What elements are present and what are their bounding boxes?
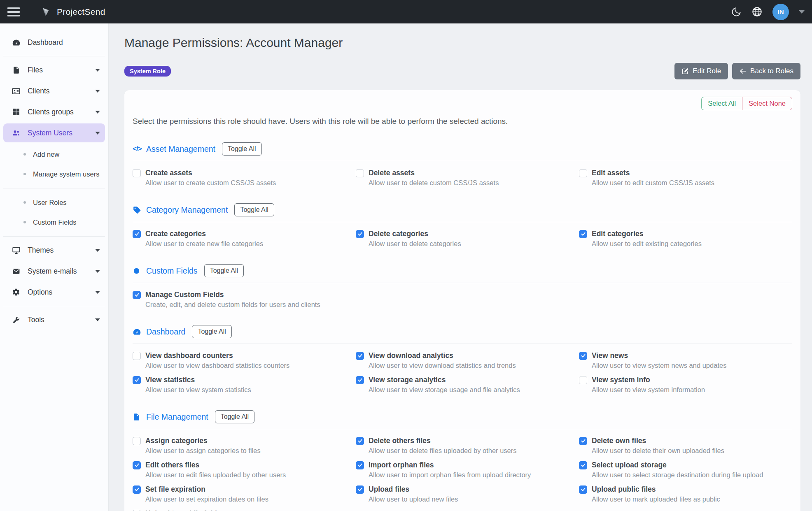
permission-description: Allow user to upload new files bbox=[369, 495, 569, 503]
sidebar-item-label: Files bbox=[28, 66, 43, 74]
checkbox-delete-categories[interactable] bbox=[356, 230, 364, 238]
checkbox-view-system-info[interactable] bbox=[579, 376, 587, 384]
sidebar-item-label: System e-mails bbox=[28, 267, 77, 276]
permission-description: Allow user to import orphan files from u… bbox=[369, 471, 569, 479]
file-icon bbox=[133, 412, 142, 421]
permission-description: Allow user to assign categories to files bbox=[145, 447, 346, 455]
checkbox-edit-others-files[interactable] bbox=[133, 461, 141, 469]
permission-section-dashboard: DashboardToggle AllView dashboard counte… bbox=[133, 325, 792, 394]
sidebar-item-system-e-mails[interactable]: System e-mails bbox=[0, 262, 108, 281]
checkbox-edit-categories[interactable] bbox=[579, 230, 587, 238]
sidebar-item-tools[interactable]: Tools bbox=[0, 310, 108, 329]
checkbox-create-categories[interactable] bbox=[133, 230, 141, 238]
checkbox-view-statistics[interactable] bbox=[133, 376, 141, 384]
checkbox-delete-others-files[interactable] bbox=[356, 437, 364, 445]
checkbox-edit-assets[interactable] bbox=[579, 169, 587, 177]
checkbox-import-orphan-files[interactable] bbox=[356, 461, 364, 469]
moon-icon[interactable] bbox=[731, 7, 742, 17]
checkbox-delete-assets[interactable] bbox=[356, 169, 364, 177]
sidebar-item-system-users[interactable]: System Users bbox=[3, 123, 105, 142]
checkbox-view-storage-analytics[interactable] bbox=[356, 376, 364, 384]
permission-item-view-news: View newsAllow user to view system news … bbox=[579, 351, 792, 369]
permissions-intro: Select the permissions this role should … bbox=[133, 117, 792, 126]
chevron-down-icon bbox=[95, 69, 100, 72]
permission-description: Allow user to delete their own uploaded … bbox=[592, 447, 792, 455]
file-icon bbox=[12, 65, 21, 74]
chevron-down-icon bbox=[95, 249, 100, 252]
permission-label: Delete own files bbox=[592, 437, 646, 445]
toggle-all-button[interactable]: Toggle All bbox=[222, 142, 262, 156]
sidebar-subitem-user-roles[interactable]: User Roles bbox=[0, 193, 108, 212]
permission-section-asset-management: </>Asset ManagementToggle AllCreate asse… bbox=[133, 142, 792, 187]
sidebar-item-label: System Users bbox=[28, 129, 72, 137]
permission-item-assign-categories: Assign categoriesAllow user to assign ca… bbox=[133, 437, 346, 455]
toggle-all-button[interactable]: Toggle All bbox=[234, 203, 274, 216]
arrow-left-icon bbox=[739, 67, 747, 75]
checkbox-select-upload-storage[interactable] bbox=[579, 461, 587, 469]
sidebar-item-themes[interactable]: Themes bbox=[0, 241, 108, 260]
sidebar-subitem-manage-system-users[interactable]: Manage system users bbox=[0, 164, 108, 184]
permission-label: Upload to public folders bbox=[145, 509, 228, 511]
toggle-all-button[interactable]: Toggle All bbox=[204, 264, 244, 277]
permission-description: Allow user to view system statistics bbox=[145, 386, 346, 394]
section-divider bbox=[133, 222, 792, 222]
sidebar-item-clients[interactable]: Clients bbox=[0, 81, 108, 100]
checkbox-manage-custom-fields[interactable] bbox=[133, 291, 141, 299]
checkbox-view-dashboard-counters[interactable] bbox=[133, 352, 141, 360]
checkbox-create-assets[interactable] bbox=[133, 169, 141, 177]
sidebar-item-clients-groups[interactable]: Clients groups bbox=[0, 102, 108, 121]
permission-label: Manage Custom Fields bbox=[145, 290, 224, 299]
checkbox-view-news[interactable] bbox=[579, 352, 587, 360]
sidebar-subitem-custom-fields[interactable]: Custom Fields bbox=[0, 212, 108, 232]
permission-label: View storage analytics bbox=[369, 376, 446, 384]
permission-label: Delete others files bbox=[369, 437, 431, 445]
edit-role-button[interactable]: Edit Role bbox=[674, 63, 728, 79]
sidebar-subitem-label: Add new bbox=[33, 151, 59, 158]
checkbox-upload-to-public-folders[interactable] bbox=[133, 510, 141, 511]
toggle-all-button[interactable]: Toggle All bbox=[215, 410, 255, 423]
sidebar-item-dashboard[interactable]: Dashboard bbox=[0, 33, 108, 52]
sidebar-item-label: Themes bbox=[28, 246, 54, 255]
permission-label: Create assets bbox=[145, 169, 192, 177]
back-to-roles-button[interactable]: Back to Roles bbox=[732, 63, 800, 79]
permission-description: Allow user to view system news and updat… bbox=[592, 362, 792, 369]
globe-icon[interactable] bbox=[751, 6, 763, 17]
permission-description: Allow user to view dashboard statistics … bbox=[145, 362, 346, 369]
caret-down-icon[interactable] bbox=[799, 10, 805, 14]
permission-description: Allow user to edit custom CSS/JS assets bbox=[592, 179, 792, 187]
permission-description: Allow user to create new file categories bbox=[145, 240, 346, 248]
sidebar-item-options[interactable]: Options bbox=[0, 283, 108, 302]
gear-icon bbox=[12, 288, 21, 297]
permission-label: View download analytics bbox=[369, 351, 453, 360]
permissions-card: Select All Select None Select the permis… bbox=[124, 90, 800, 511]
toggle-all-button[interactable]: Toggle All bbox=[192, 325, 232, 338]
checkbox-view-download-analytics[interactable] bbox=[356, 352, 364, 360]
checkbox-assign-categories[interactable] bbox=[133, 437, 141, 445]
chevron-down-icon bbox=[95, 90, 100, 93]
section-title-link[interactable]: Category Management bbox=[146, 205, 228, 215]
permission-description: Allow user to mark uploaded files as pub… bbox=[592, 495, 792, 503]
section-title-link[interactable]: File Management bbox=[146, 412, 208, 422]
main-content: Manage Permissions: Account Manager Syst… bbox=[109, 23, 812, 511]
checkbox-upload-public-files[interactable] bbox=[579, 485, 587, 494]
section-title-link[interactable]: Custom Fields bbox=[146, 266, 198, 276]
section-title-link[interactable]: Dashboard bbox=[146, 327, 185, 337]
select-all-button[interactable]: Select All bbox=[701, 97, 742, 110]
permission-item-edit-assets: Edit assetsAllow user to edit custom CSS… bbox=[579, 169, 792, 187]
avatar[interactable]: IN bbox=[772, 4, 789, 20]
sidebar-subitem-add-new[interactable]: Add new bbox=[0, 144, 108, 164]
permission-item-create-categories: Create categoriesAllow user to create ne… bbox=[133, 230, 346, 248]
sidebar-item-files[interactable]: Files bbox=[0, 60, 108, 79]
checkbox-delete-own-files[interactable] bbox=[579, 437, 587, 445]
permission-description: Allow user to view download statistics a… bbox=[369, 362, 569, 369]
hamburger-icon[interactable] bbox=[7, 7, 20, 16]
section-title-link[interactable]: Asset Management bbox=[146, 144, 215, 154]
checkbox-upload-files[interactable] bbox=[356, 485, 364, 494]
section-divider bbox=[133, 161, 792, 161]
checkbox-set-file-expiration[interactable] bbox=[133, 485, 141, 494]
select-none-button[interactable]: Select None bbox=[742, 97, 792, 110]
sidebar-item-label: Clients groups bbox=[28, 108, 74, 116]
circle-icon bbox=[133, 266, 142, 275]
permission-description: Allow user to delete categories bbox=[369, 240, 569, 248]
permission-section-custom-fields: Custom FieldsToggle AllManage Custom Fie… bbox=[133, 264, 792, 309]
